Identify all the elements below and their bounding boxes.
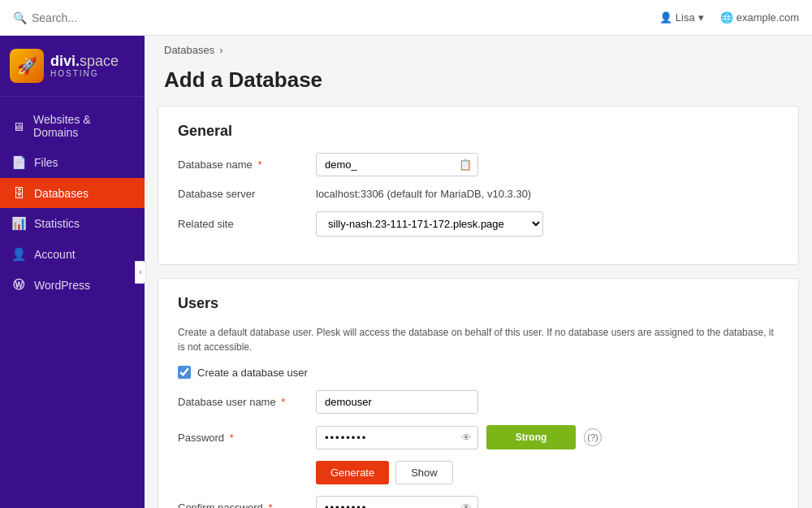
password-buttons: Generate Show bbox=[316, 461, 779, 484]
logo-icon: 🚀 bbox=[10, 49, 44, 83]
create-user-label[interactable]: Create a database user bbox=[197, 367, 308, 379]
sidebar-item-files[interactable]: 📄 Files bbox=[0, 147, 145, 178]
password-input-group: 👁 Strong (?) bbox=[316, 425, 602, 449]
confirm-password-label: Confirm password * bbox=[178, 501, 316, 508]
sidebar-item-databases[interactable]: 🗄 Databases bbox=[0, 178, 145, 208]
db-username-row: Database user name * bbox=[178, 390, 779, 414]
page-title: Add a Database bbox=[164, 67, 793, 93]
db-name-label: Database name * bbox=[178, 158, 316, 171]
help-icon[interactable]: (?) bbox=[584, 428, 602, 446]
user-chevron-icon: ▾ bbox=[698, 11, 704, 24]
password-strength-bar: Strong bbox=[486, 425, 576, 449]
websites-icon: 🖥 bbox=[11, 119, 25, 133]
brand-name: divi.space bbox=[50, 54, 119, 70]
databases-icon: 🗄 bbox=[11, 186, 26, 200]
wordpress-icon: Ⓦ bbox=[11, 278, 26, 293]
confirm-password-input[interactable] bbox=[316, 496, 478, 508]
sidebar-item-statistics[interactable]: 📊 Statistics bbox=[0, 208, 145, 239]
users-section: Users Create a default database user. Pl… bbox=[158, 278, 799, 508]
logo-text: divi.space HOSTING bbox=[50, 54, 119, 79]
sidebar-item-websites[interactable]: 🖥 Websites & Domains bbox=[0, 105, 145, 147]
sidebar-item-label: Statistics bbox=[34, 217, 80, 230]
db-name-input[interactable] bbox=[316, 153, 478, 176]
sidebar-collapse-button[interactable]: ‹ bbox=[135, 261, 146, 284]
search-icon: 🔍 bbox=[13, 11, 27, 24]
general-section: General Database name * 📋 Database serve… bbox=[158, 106, 799, 265]
db-server-label: Database server bbox=[178, 188, 316, 200]
user-icon: 👤 bbox=[659, 11, 672, 24]
users-description: Create a default database user. Plesk wi… bbox=[178, 325, 779, 354]
password-input-wrapper: 👁 bbox=[316, 426, 478, 449]
confirm-password-row: Confirm password * 👁 bbox=[178, 496, 779, 508]
breadcrumb-parent[interactable]: Databases bbox=[164, 44, 214, 56]
files-icon: 📄 bbox=[11, 155, 26, 170]
breadcrumb: Databases › bbox=[145, 36, 812, 64]
confirm-password-eye-icon[interactable]: 👁 bbox=[461, 501, 472, 508]
domain-menu[interactable]: 🌐 example.com bbox=[720, 11, 799, 24]
page-header: Add a Database bbox=[145, 64, 812, 106]
sidebar-item-label: WordPress bbox=[34, 279, 90, 292]
paste-icon[interactable]: 📋 bbox=[459, 158, 472, 171]
globe-icon: 🌐 bbox=[720, 11, 733, 24]
main-content: Databases › Add a Database General Datab… bbox=[145, 36, 812, 508]
sidebar-item-label: Account bbox=[34, 248, 76, 261]
sidebar-item-label: Files bbox=[34, 156, 58, 169]
collapse-icon: ‹ bbox=[139, 267, 141, 276]
db-server-value: localhost:3306 (default for MariaDB, v10… bbox=[316, 188, 779, 200]
general-section-title: General bbox=[178, 123, 779, 140]
sidebar-item-label: Databases bbox=[34, 187, 89, 200]
password-eye-icon[interactable]: 👁 bbox=[461, 432, 472, 444]
create-user-row: Create a database user bbox=[178, 366, 779, 379]
create-user-checkbox[interactable] bbox=[178, 366, 191, 379]
user-name: Lisa bbox=[676, 11, 695, 24]
related-site-row: Related site silly-nash.23-111-171-172.p… bbox=[178, 211, 779, 237]
password-label: Password * bbox=[178, 432, 316, 444]
sidebar-item-account[interactable]: 👤 Account bbox=[0, 239, 145, 270]
statistics-icon: 📊 bbox=[11, 216, 26, 231]
related-site-label: Related site bbox=[178, 218, 316, 230]
sidebar-nav: 🖥 Websites & Domains 📄 Files 🗄 Databases… bbox=[0, 97, 145, 508]
sidebar-item-wordpress[interactable]: Ⓦ WordPress bbox=[0, 270, 145, 301]
search-bar[interactable]: 🔍 bbox=[13, 11, 194, 24]
sidebar: 🚀 divi.space HOSTING 🖥 Websites & Domain… bbox=[0, 36, 145, 508]
search-input[interactable] bbox=[32, 11, 194, 24]
breadcrumb-separator: › bbox=[219, 44, 222, 56]
show-button[interactable]: Show bbox=[395, 461, 453, 484]
password-row: Password * 👁 Strong (?) bbox=[178, 425, 779, 449]
db-name-input-wrapper: 📋 bbox=[316, 153, 478, 176]
db-server-row: Database server localhost:3306 (default … bbox=[178, 188, 779, 200]
brand-tagline: HOSTING bbox=[50, 69, 119, 78]
topbar-right: 👤 Lisa ▾ 🌐 example.com bbox=[659, 11, 799, 24]
account-icon: 👤 bbox=[11, 247, 26, 262]
sidebar-item-label: Websites & Domains bbox=[33, 113, 133, 139]
password-input[interactable] bbox=[316, 426, 478, 449]
users-section-title: Users bbox=[178, 295, 779, 312]
confirm-password-input-wrapper: 👁 bbox=[316, 496, 478, 508]
generate-button[interactable]: Generate bbox=[316, 461, 389, 484]
user-menu[interactable]: 👤 Lisa ▾ bbox=[659, 11, 704, 24]
db-username-input[interactable] bbox=[316, 390, 478, 414]
sidebar-logo: 🚀 divi.space HOSTING bbox=[0, 36, 145, 97]
domain-name: example.com bbox=[736, 11, 799, 24]
db-username-label: Database user name * bbox=[178, 396, 316, 408]
related-site-select[interactable]: silly-nash.23-111-171-172.plesk.page bbox=[316, 211, 543, 237]
db-name-row: Database name * 📋 bbox=[178, 153, 779, 176]
topbar: 🔍 👤 Lisa ▾ 🌐 example.com bbox=[0, 0, 812, 36]
